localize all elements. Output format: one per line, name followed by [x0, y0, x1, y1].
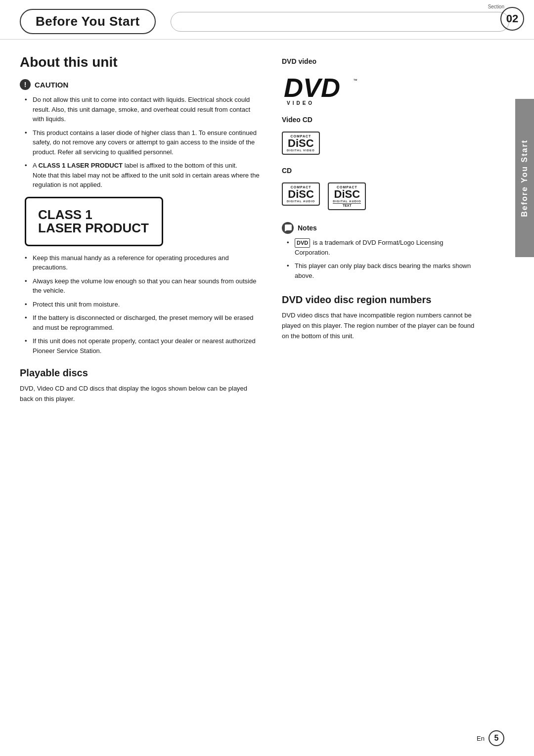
notes-item-2: This player can only play back discs bea…	[287, 261, 475, 280]
section-title: Before You Start	[36, 14, 140, 29]
playable-discs-text: DVD, Video CD and CD discs that display …	[20, 384, 262, 404]
caution-item-2: This product contains a laser diode of h…	[25, 128, 262, 157]
dvd-video-section: DVD video DVD VIDEO ™	[282, 57, 475, 106]
video-cd-disc-logo: COMPACT DiSC DIGITAL VIDEO	[282, 132, 320, 155]
caution-item-1: Do not allow this unit to come into cont…	[25, 95, 262, 124]
side-tab-text: Before You Start	[520, 139, 529, 217]
video-cd-logos: COMPACT DiSC DIGITAL VIDEO	[282, 130, 475, 157]
video-cd-label: Video CD	[282, 116, 475, 124]
section-number: 02	[500, 7, 524, 31]
right-column: DVD video DVD VIDEO ™ Video CD COMPACT D…	[282, 54, 499, 404]
header-middle-box	[171, 12, 509, 32]
svg-text:™: ™	[353, 78, 357, 83]
notes-section: Notes DVD is a trademark of DVD Format/L…	[282, 222, 475, 280]
playable-discs-heading: Playable discs	[20, 367, 262, 379]
caution-item-5: Always keep the volume low enough so tha…	[25, 276, 262, 296]
dvd-video-label: DVD video	[282, 57, 475, 65]
section-label: Section	[488, 4, 504, 9]
notes-header: Notes	[282, 222, 475, 234]
caution-header: ! CAUTION	[20, 79, 262, 90]
svg-text:VIDEO: VIDEO	[287, 100, 314, 106]
notes-icon	[282, 222, 294, 234]
caution-list-2: Keep this manual handy as a reference fo…	[20, 253, 262, 356]
cd-disc-logo-text: COMPACT DiSC DIGITAL AUDIO TEXT	[328, 182, 366, 210]
notes-item-1: DVD is a trademark of DVD Format/Logo Li…	[287, 238, 475, 257]
cd-label: CD	[282, 167, 475, 175]
left-column: About this unit ! CAUTION Do not allow t…	[20, 54, 262, 404]
page-header: Before You Start Section 02	[0, 0, 534, 40]
footer-en-label: En	[477, 735, 485, 742]
dvd-video-logo: DVD VIDEO ™	[282, 71, 475, 106]
caution-item-4: Keep this manual handy as a reference fo…	[25, 253, 262, 272]
caution-list: Do not allow this unit to come into cont…	[20, 95, 262, 190]
side-tab: Before You Start	[515, 99, 534, 257]
cd-section: CD COMPACT DiSC DIGITAL AUDIO COMPACT Di…	[282, 167, 475, 212]
caution-item-3: A CLASS 1 LASER PRODUCT label is affixed…	[25, 161, 262, 190]
cd-logos: COMPACT DiSC DIGITAL AUDIO COMPACT DiSC …	[282, 180, 475, 212]
laser-product-text: LASER PRODUCT	[38, 221, 150, 236]
page-title: About this unit	[20, 54, 262, 70]
cd-disc-logo-audio: COMPACT DiSC DIGITAL AUDIO	[282, 182, 320, 206]
notes-label: Notes	[298, 224, 317, 232]
dvd-region-heading: DVD video disc region numbers	[282, 294, 475, 306]
caution-label: CAUTION	[35, 81, 68, 89]
dvd-region-text: DVD video discs that have incompatible r…	[282, 311, 475, 341]
section-title-box: Before You Start	[20, 9, 156, 34]
laser-product-box: CLASS 1 LASER PRODUCT	[25, 197, 163, 246]
dvd-trademark: DVD	[295, 238, 310, 248]
caution-item-8: If this unit does not operate properly, …	[25, 336, 262, 356]
video-cd-section: Video CD COMPACT DiSC DIGITAL VIDEO	[282, 116, 475, 157]
page-number: 5	[489, 730, 504, 746]
caution-icon: !	[20, 79, 31, 90]
notes-list: DVD is a trademark of DVD Format/Logo Li…	[282, 238, 475, 280]
svg-text:DVD: DVD	[284, 73, 340, 102]
main-content: About this unit ! CAUTION Do not allow t…	[0, 40, 534, 414]
dvd-region-section: DVD video disc region numbers DVD video …	[282, 294, 475, 341]
page-footer: En 5	[477, 730, 504, 746]
caution-item-7: If the battery is disconnected or discha…	[25, 313, 262, 332]
caution-item-6: Protect this unit from moisture.	[25, 300, 262, 310]
